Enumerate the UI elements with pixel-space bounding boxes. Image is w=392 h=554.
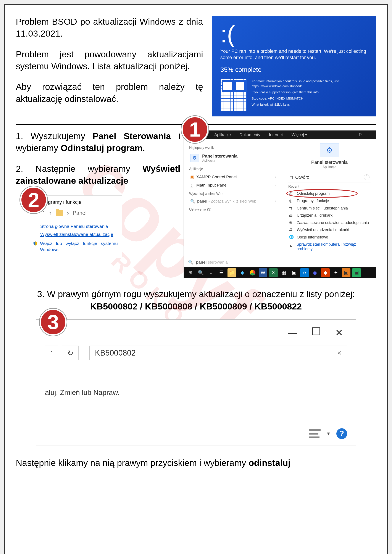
step-1-text: 1. Wyszukujemy Panel Sterowania i wybier… <box>16 130 180 154</box>
app-icon[interactable]: ▣ <box>290 268 299 277</box>
view-options-icon[interactable] <box>309 429 321 438</box>
recent-item[interactable]: 🖶Wyświetl urządzenia i drukarki <box>288 226 371 234</box>
settings-label: Ustawienia (3) <box>189 208 277 211</box>
breadcrumb-nav: → ˅ ↑ › Panel <box>33 209 118 217</box>
bsod-face-icon: :( <box>220 22 368 46</box>
intro-text: Problem BSOD po aktualizacji Windows z d… <box>16 16 203 114</box>
recent-item[interactable]: ◎Programy i funkcje <box>288 197 371 205</box>
open-action[interactable]: ◻ Otwórz ˅ <box>288 172 371 182</box>
bsod-progress: 35% complete <box>220 66 368 73</box>
uninstall-icon: ◎ <box>289 191 294 196</box>
internet-icon: 🌐 <box>289 235 294 240</box>
search-icon[interactable]: 🔍 <box>196 268 205 277</box>
search-icon: 🔍 <box>190 199 195 203</box>
minimize-icon[interactable]: — <box>288 327 297 338</box>
devices-icon: 🖶 <box>289 228 294 232</box>
step-badge-3: 3 <box>40 309 67 336</box>
cortana-icon[interactable]: ○ <box>207 268 215 277</box>
intro-p1: Problem BSOD po aktualizacji Windows z d… <box>16 16 203 40</box>
cp-link-features[interactable]: Włącz lub wyłącz funkcje systemu Windows <box>40 240 118 253</box>
flag-icon: ⚑ <box>289 244 294 249</box>
intro-p3: Aby rozwiązać ten problem należy tę aktu… <box>16 81 203 105</box>
share-icon: ✳ <box>289 220 294 225</box>
step-3-text: 3. W prawym górnym rogu wyszukujemy aktu… <box>16 288 376 313</box>
tab-net[interactable]: Internet <box>269 132 283 137</box>
recent-label: Recent <box>288 185 371 188</box>
nav-up-arrow-icon[interactable]: ↑ <box>49 209 52 217</box>
shield-icon <box>33 240 38 247</box>
search-field[interactable]: KB5000802 × <box>89 346 347 360</box>
cp-link-updates[interactable]: Wyświetl zainstalowane aktualizacje <box>40 231 118 237</box>
folder-icon <box>56 210 63 216</box>
cp-link-home[interactable]: Strona główna Panelu sterowania <box>40 223 118 229</box>
dropdown-icon[interactable]: ▾ <box>327 430 330 437</box>
help-icon[interactable]: ? <box>336 428 347 439</box>
explorer-icon[interactable]: 📁 <box>227 268 236 277</box>
bsod-details: For more information about this issue an… <box>252 79 368 108</box>
best-match-item[interactable]: ⚙ Panel sterowania Aplikacja <box>189 152 277 165</box>
recent-item[interactable]: ⚑Sprawdź stan komputera i rozwiąż proble… <box>288 241 371 253</box>
step-badge-2: 2 <box>20 186 47 213</box>
app-icon[interactable]: ✦ <box>331 268 340 277</box>
tab-docs[interactable]: Dokumenty <box>239 132 260 137</box>
clear-icon[interactable]: × <box>337 349 342 357</box>
app-math[interactable]: ∑Math Input Panel › <box>189 181 277 189</box>
chevron-right-icon: › <box>275 183 276 188</box>
recent-item[interactable]: 🖶Urządzenia i drukarki <box>288 212 371 219</box>
search-input[interactable]: 🔍 panel sterowania <box>184 257 376 267</box>
bsod-message: Your PC ran into a problem and needs to … <box>220 48 368 61</box>
feedback-icon[interactable]: ⚐ <box>358 132 362 137</box>
excel-icon[interactable]: X <box>269 268 278 277</box>
network-icon: ⇆ <box>289 206 294 211</box>
tab-more[interactable]: Więcej <box>292 132 307 137</box>
intro-p2: Problem jest powodowany aktualizacjami s… <box>16 48 203 72</box>
app-xampp[interactable]: ▣XAMPP Control Panel › <box>189 173 277 181</box>
taskview-icon[interactable]: ☰ <box>217 268 226 277</box>
web-search-row[interactable]: 🔍panel - Zobacz wyniki z sieci Web › <box>189 198 277 205</box>
history-dropdown-icon[interactable]: ˅ <box>45 346 58 360</box>
start-menu: Wszystko Aplikacje Dokumenty Internet Wi… <box>183 130 376 278</box>
control-panel-icon: ⚙ <box>190 154 199 162</box>
app-icon[interactable]: ▣ <box>352 268 361 277</box>
devices-icon: 🖶 <box>289 213 294 218</box>
more-icon[interactable]: ⋯ <box>368 132 372 137</box>
final-instruction: Następnie klikamy na nią prawym przycisk… <box>16 458 376 468</box>
close-icon[interactable]: ✕ <box>335 327 343 338</box>
bsod-screenshot: :( Your PC ran into a problem and needs … <box>212 16 376 117</box>
chrome-icon[interactable] <box>248 268 257 277</box>
app-icon[interactable]: ▦ <box>280 268 288 277</box>
chevron-right-icon: › <box>275 175 276 180</box>
chevron-right-icon: › <box>275 199 276 203</box>
refresh-icon[interactable]: ↻ <box>62 346 79 360</box>
word-icon[interactable]: W <box>259 268 267 277</box>
maximize-icon[interactable] <box>312 327 320 335</box>
app-icon[interactable]: ◆ <box>238 268 246 277</box>
programs-icon: ◎ <box>289 198 294 203</box>
app-icon[interactable]: ▣ <box>342 268 350 277</box>
step-2-text: 2. Następnie wybieramy Wyświetl zainstal… <box>16 163 180 187</box>
best-match-label: Najlepszy wynik <box>189 146 277 150</box>
recent-item[interactable]: ⇆Centrum sieci i udostępniania <box>288 205 371 212</box>
web-label: Wyszukaj w sieci Web <box>189 192 277 196</box>
search-icon: 🔍 <box>188 260 193 265</box>
nav-up-icon[interactable]: ˅ <box>42 209 45 217</box>
result-header: ⚙ Panel sterowania Aplikacja <box>288 143 371 169</box>
qr-code-icon <box>220 79 247 111</box>
app-icon[interactable]: ◆ <box>321 268 330 277</box>
apps-label: Aplikacje <box>189 167 277 171</box>
updates-search-window: — ✕ ˅ ↻ KB5000802 × aluj, Zmień lub Napr… <box>36 319 356 446</box>
discord-icon[interactable]: ◉ <box>311 268 319 277</box>
recent-uninstall-program[interactable]: ◎Odinstaluj program <box>288 190 371 197</box>
edge-icon[interactable]: e <box>300 268 309 277</box>
chevron-down-icon[interactable]: ˅ <box>364 174 370 180</box>
recent-item[interactable]: 🌐Opcje internetowe <box>288 234 371 241</box>
recent-item[interactable]: ✳Zaawansowane ustawienia udostępniania <box>288 219 371 226</box>
control-panel-large-icon: ⚙ <box>320 143 339 157</box>
open-icon: ◻ <box>289 175 293 180</box>
window-body-text: aluj, Zmień lub Napraw. <box>45 388 347 397</box>
tab-apps[interactable]: Aplikacje <box>214 132 231 137</box>
step-badge-1: 1 <box>181 116 209 143</box>
windows-start-icon[interactable]: ⊞ <box>186 268 195 277</box>
start-menu-tabs: Wszystko Aplikacje Dokumenty Internet Wi… <box>184 131 376 139</box>
taskbar: ⊞ 🔍 ○ ☰ 📁 ◆ W X ▦ ▣ e ◉ ◆ ✦ ▣ ▣ <box>184 267 376 278</box>
